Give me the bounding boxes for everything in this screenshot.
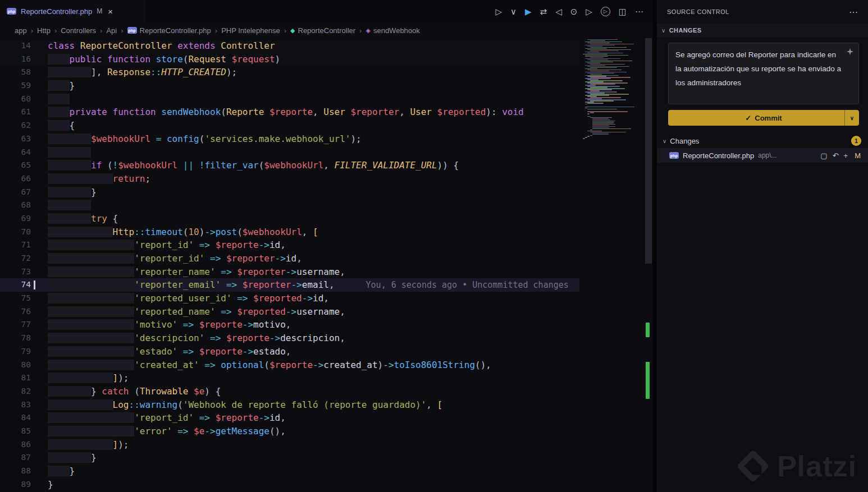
run-button[interactable]: ▷ (495, 7, 502, 16)
close-tab-icon[interactable]: × (108, 7, 113, 16)
line-number[interactable]: 75 (0, 292, 31, 305)
line-number[interactable]: 86 (0, 438, 31, 452)
code-line[interactable]: 87 } (0, 451, 579, 465)
changed-file-row[interactable]: php ReporteController.php app\... ▢↶+ M (657, 148, 868, 163)
breadcrumb-item-reportecontroller[interactable]: ◆ReporteController (290, 26, 355, 35)
code-line[interactable]: 73 'reporter_name' => $reporter->usernam… (0, 265, 579, 279)
line-number[interactable]: 87 (0, 451, 31, 465)
code-line[interactable]: 76 'reported_name' => $reported->usernam… (0, 305, 579, 319)
line-number[interactable]: 81 (0, 371, 31, 385)
code-line[interactable]: 64 (0, 146, 579, 159)
code-line[interactable]: 68 (0, 199, 579, 212)
code-line[interactable]: 59 } (0, 79, 579, 93)
code-line[interactable]: 16 public function store(Request $reques… (0, 53, 579, 66)
line-number[interactable]: 59 (0, 79, 31, 93)
code-line[interactable]: 81 ]); (0, 371, 579, 385)
open-file-icon[interactable]: ▢ (820, 151, 827, 160)
line-number[interactable]: 88 (0, 465, 31, 478)
line-number[interactable]: 66 (0, 172, 31, 186)
changes-group-header[interactable]: ∨ Changes 1 (657, 134, 868, 148)
run-dropdown-icon[interactable]: ∨ (510, 7, 517, 16)
minimap[interactable] (583, 39, 639, 139)
breadcrumb-item-http[interactable]: Http (37, 26, 51, 35)
panel-more-icon[interactable]: ⋯ (849, 7, 858, 17)
code-line[interactable]: 63 $webhookUrl = config('services.make.w… (0, 132, 579, 146)
code-editor[interactable]: 14class ReporteController extends Contro… (0, 38, 652, 492)
line-number[interactable]: 63 (0, 132, 31, 146)
code-line[interactable]: 66 return; (0, 172, 579, 186)
commit-button[interactable]: ✓ Commit ∨ (668, 110, 859, 126)
line-number[interactable]: 62 (0, 119, 31, 132)
code-line[interactable]: 80 'created_at' => optional($reporte->cr… (0, 358, 579, 372)
code-line[interactable]: 74 'reporter_email' => $reporter->email,… (0, 278, 579, 292)
line-number[interactable]: 80 (0, 358, 31, 372)
navigate-back-icon[interactable]: ◁ (555, 7, 562, 16)
code-line[interactable]: 67 } (0, 186, 579, 199)
discard-changes-icon[interactable]: ↶ (833, 151, 839, 160)
commit-dropdown-button[interactable]: ∨ (844, 110, 859, 126)
line-number[interactable]: 85 (0, 425, 31, 438)
line-number[interactable]: 71 (0, 238, 31, 252)
code-line[interactable]: 71 'report_id' => $reporte->id, (0, 238, 579, 252)
line-number[interactable]: 76 (0, 305, 31, 319)
code-line[interactable]: 78 'descripcion' => $reporte->descripcio… (0, 332, 579, 345)
record-icon[interactable]: ⊙ (570, 7, 578, 16)
split-editor-icon[interactable]: ◫ (619, 7, 627, 16)
code-line[interactable]: 83 Log::warning('Webhook de reporte fall… (0, 398, 579, 412)
code-line[interactable]: 14class ReporteController extends Contro… (0, 39, 579, 53)
breadcrumb-item-php-intelephense[interactable]: PHP Intelephense (221, 26, 280, 35)
line-number[interactable]: 64 (0, 146, 31, 159)
line-number[interactable]: 74 (0, 278, 31, 292)
line-number[interactable]: 67 (0, 186, 31, 199)
line-number[interactable]: 89 (0, 478, 31, 491)
code-line[interactable]: 84 'report_id' => $reporte->id, (0, 411, 579, 425)
code-line[interactable]: 62 { (0, 119, 579, 132)
code-line[interactable]: 60 (0, 93, 579, 106)
code-line[interactable]: 69 try { (0, 212, 579, 226)
code-line[interactable]: 77 'motivo' => $reporte->motivo, (0, 318, 579, 332)
code-line[interactable]: 79 'estado' => $reporte->estado, (0, 345, 579, 358)
editor-tab[interactable]: php ReporteController.php M × (0, 0, 145, 22)
scrollbar[interactable] (645, 38, 652, 492)
line-number[interactable]: 77 (0, 318, 31, 332)
code-line[interactable]: 86 ]); (0, 438, 579, 452)
line-number[interactable]: 68 (0, 199, 31, 212)
code-line[interactable]: 61 private function sendWebhook(Reporte … (0, 105, 579, 119)
stage-changes-icon[interactable]: + (844, 151, 848, 160)
copilot-sparkle-icon[interactable] (847, 48, 853, 55)
line-number[interactable]: 72 (0, 252, 31, 265)
scrollbar-thumb[interactable] (645, 38, 652, 264)
breadcrumb-item-controllers[interactable]: Controllers (61, 26, 96, 35)
line-number[interactable]: 16 (0, 53, 31, 66)
run-file-icon[interactable]: ▶ (525, 7, 532, 16)
breadcrumb-item-reportecontroller-php[interactable]: phpReporteController.php (127, 26, 211, 35)
more-actions-icon[interactable]: ⋯ (635, 7, 643, 16)
line-number[interactable]: 73 (0, 265, 31, 279)
line-number[interactable]: 84 (0, 411, 31, 425)
code-line[interactable]: 82 } catch (Throwable $e) { (0, 385, 579, 398)
line-number[interactable]: 14 (0, 39, 31, 53)
code-area[interactable]: 14class ReporteController extends Contro… (0, 38, 579, 492)
line-number[interactable]: 60 (0, 93, 31, 106)
commit-message-input[interactable]: Se agregó correo del Reporter para indic… (675, 48, 842, 90)
code-line[interactable]: 65 if (!$webhookUrl || !filter_var($webh… (0, 159, 579, 172)
run-in-terminal-icon[interactable]: ▷ (601, 7, 610, 16)
code-line[interactable]: 89} (0, 478, 579, 491)
code-line[interactable]: 70 Http::timeout(10)->post($webhookUrl, … (0, 226, 579, 239)
changes-section-header[interactable]: ∨ CHANGES (657, 24, 868, 37)
line-number[interactable]: 83 (0, 398, 31, 412)
line-number[interactable]: 65 (0, 159, 31, 172)
line-number[interactable]: 58 (0, 66, 31, 79)
compare-changes-icon[interactable]: ⇄ (540, 7, 547, 16)
line-number[interactable]: 61 (0, 105, 31, 119)
code-line[interactable]: 85 'error' => $e->getMessage(), (0, 425, 579, 438)
breadcrumb-item-app[interactable]: app (15, 26, 27, 35)
line-number[interactable]: 82 (0, 385, 31, 398)
line-number[interactable]: 70 (0, 226, 31, 239)
code-line[interactable]: 75 'reported_user_id' => $reported->id, (0, 292, 579, 305)
code-line[interactable]: 72 'reporter_id' => $reporter->id, (0, 252, 579, 265)
line-number[interactable]: 79 (0, 345, 31, 358)
navigate-forward-icon[interactable]: ▷ (586, 7, 592, 16)
code-line[interactable]: 58 ], Response::HTTP_CREATED); (0, 66, 579, 79)
breadcrumb-item-api[interactable]: Api (106, 26, 117, 35)
